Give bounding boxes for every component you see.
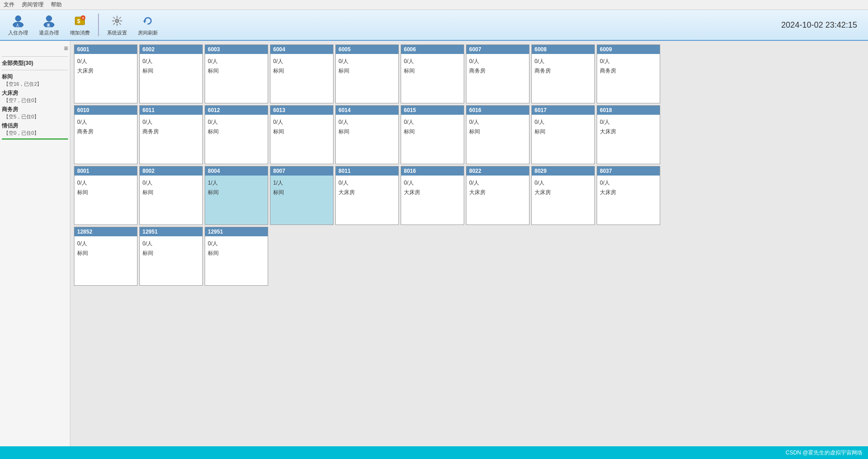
room-card-6011[interactable]: 6011 0/人 商务房 [139, 105, 203, 164]
room-card-6009[interactable]: 6009 0/人 商务房 [597, 44, 660, 103]
refresh-button[interactable]: 房间刷新 [133, 12, 162, 38]
room-body-8029: 0/人 大床房 [532, 176, 594, 200]
room-card-12951-b[interactable]: 12951 0/人 标间 [205, 227, 268, 286]
sidebar-divider-2 [2, 70, 68, 70]
room-type-8037: 大床房 [600, 189, 657, 196]
room-number-6018: 6018 [597, 106, 660, 115]
menu-room-mgmt[interactable]: 房间管理 [22, 1, 44, 9]
room-card-6004[interactable]: 6004 0/人 标间 [270, 44, 333, 103]
room-type-8001: 标间 [77, 189, 134, 196]
room-card-6006[interactable]: 6006 0/人 标间 [401, 44, 464, 103]
room-card-8011[interactable]: 8011 0/人 大床房 [335, 166, 399, 225]
addcost-button[interactable]: $ + 增加消费 [65, 12, 94, 38]
room-type-6010: 商务房 [77, 128, 134, 136]
room-number-12852: 12852 [74, 227, 137, 236]
sidebar: ≡ 全部类型(30) 标间 【空16，已住2】 大床房 【空7，已住0】 商务房… [0, 41, 70, 446]
settings-button[interactable]: 系统设置 [103, 12, 132, 38]
room-type-8022: 大床房 [469, 189, 526, 196]
room-body-6013: 0/人 标间 [270, 115, 333, 139]
room-number-8011: 8011 [336, 166, 398, 176]
room-card-8001[interactable]: 8001 0/人 标间 [74, 166, 137, 225]
room-body-8016: 0/人 大床房 [401, 176, 464, 200]
room-number-6005: 6005 [336, 45, 398, 54]
room-type-6007: 商务房 [469, 67, 526, 75]
room-card-6012[interactable]: 6012 0/人 标间 [205, 105, 268, 164]
room-card-12852[interactable]: 12852 0/人 标间 [74, 227, 137, 286]
room-body-6001: 0/人 大床房 [74, 54, 137, 78]
room-body-12852: 0/人 标间 [74, 236, 137, 261]
room-type-6013: 标间 [273, 128, 330, 136]
room-card-6018[interactable]: 6018 0/人 大床房 [597, 105, 660, 164]
menu-file[interactable]: 文件 [4, 1, 15, 9]
sidebar-toggle[interactable]: ≡ [2, 44, 68, 53]
room-card-12951-a[interactable]: 12951 0/人 标间 [139, 227, 203, 286]
checkin-button[interactable]: 入 入住办理 [4, 12, 33, 38]
room-number-8037: 8037 [597, 166, 660, 176]
all-types-group[interactable]: 全部类型(30) [2, 59, 68, 67]
room-occupancy-8004: 1/人 [208, 179, 265, 187]
room-card-6007[interactable]: 6007 0/人 商务房 [466, 44, 530, 103]
category-qinglv[interactable]: 情侣房 【空0，已住0】 [2, 122, 68, 137]
room-type-6009: 商务房 [600, 67, 657, 75]
room-card-8016[interactable]: 8016 0/人 大床房 [401, 166, 464, 225]
room-card-8029[interactable]: 8029 0/人 大床房 [531, 166, 595, 225]
svg-text:退: 退 [47, 23, 50, 27]
room-occupancy-6009: 0/人 [600, 58, 657, 65]
room-type-8011: 大床房 [338, 189, 396, 196]
room-card-8007[interactable]: 8007 1/人 标间 [270, 166, 333, 225]
cat-bianjian-name[interactable]: 标间 [2, 73, 68, 81]
room-occupancy-6011: 0/人 [142, 118, 200, 126]
room-card-6008[interactable]: 6008 0/人 商务房 [531, 44, 595, 103]
room-type-6017: 标间 [535, 128, 592, 136]
room-number-6002: 6002 [140, 45, 202, 54]
room-number-6014: 6014 [336, 106, 398, 115]
category-bianjian[interactable]: 标间 【空16，已住2】 [2, 73, 68, 88]
room-card-6010[interactable]: 6010 0/人 商务房 [74, 105, 137, 164]
room-card-6003[interactable]: 6003 0/人 标间 [205, 44, 268, 103]
category-shangwu[interactable]: 商务房 【空5，已住0】 [2, 106, 68, 120]
svg-marker-12 [143, 20, 147, 23]
room-body-6008: 0/人 商务房 [532, 54, 594, 78]
cat-shangwu-name[interactable]: 商务房 [2, 106, 68, 113]
refresh-icon [141, 14, 155, 28]
room-card-6016[interactable]: 6016 0/人 标间 [466, 105, 530, 164]
room-occupancy-8037: 0/人 [600, 179, 657, 187]
category-dachuang[interactable]: 大床房 【空7，已住0】 [2, 89, 68, 104]
room-card-8004[interactable]: 8004 1/人 标间 [205, 166, 268, 225]
room-type-8007: 标间 [273, 189, 330, 196]
sidebar-divider-top [2, 56, 68, 57]
room-card-6002[interactable]: 6002 0/人 标间 [139, 44, 203, 103]
room-type-6004: 标间 [273, 67, 330, 75]
room-row-4: 12852 0/人 标间 12951 0/人 标间 12951 0/人 标间 [74, 227, 864, 286]
room-type-12951-a: 标间 [142, 249, 200, 257]
room-type-6001: 大床房 [77, 67, 134, 75]
checkout-button[interactable]: 退 退店办理 [34, 12, 64, 38]
toggle-icon[interactable]: ≡ [64, 44, 68, 53]
cat-dachuang-name[interactable]: 大床房 [2, 89, 68, 97]
room-number-6017: 6017 [532, 106, 594, 115]
room-card-8002[interactable]: 8002 0/人 标间 [139, 166, 203, 225]
cat-qinglv-name[interactable]: 情侣房 [2, 122, 68, 130]
room-type-8029: 大床房 [535, 189, 592, 196]
room-card-6001[interactable]: 6001 0/人 大床房 [74, 44, 137, 103]
all-types-label[interactable]: 全部类型(30) [2, 59, 68, 67]
room-grid: 6001 0/人 大床房 6002 0/人 标间 6003 0/人 标间 [70, 41, 868, 446]
room-card-6015[interactable]: 6015 0/人 标间 [401, 105, 464, 164]
room-card-6017[interactable]: 6017 0/人 标间 [531, 105, 595, 164]
room-card-6013[interactable]: 6013 0/人 标间 [270, 105, 333, 164]
room-number-12951-b: 12951 [205, 227, 268, 236]
room-card-6005[interactable]: 6005 0/人 标间 [335, 44, 399, 103]
cat-shangwu-stats: 【空5，已住0】 [2, 113, 68, 120]
room-number-12951-a: 12951 [140, 227, 202, 236]
room-card-6014[interactable]: 6014 0/人 标间 [335, 105, 399, 164]
room-card-8022[interactable]: 8022 0/人 大床房 [466, 166, 530, 225]
room-occupancy-6003: 0/人 [208, 58, 265, 65]
menu-help[interactable]: 帮助 [51, 1, 62, 9]
room-number-6012: 6012 [205, 106, 268, 115]
room-type-6012: 标间 [208, 128, 265, 136]
status-text: CSDN @霍先生的虚拟宇宙网络 [785, 449, 863, 457]
main-area: ≡ 全部类型(30) 标间 【空16，已住2】 大床房 【空7，已住0】 商务房… [0, 41, 868, 446]
room-row-1: 6001 0/人 大床房 6002 0/人 标间 6003 0/人 标间 [74, 44, 864, 103]
room-type-6015: 标间 [404, 128, 461, 136]
room-card-8037[interactable]: 8037 0/人 大床房 [597, 166, 660, 225]
